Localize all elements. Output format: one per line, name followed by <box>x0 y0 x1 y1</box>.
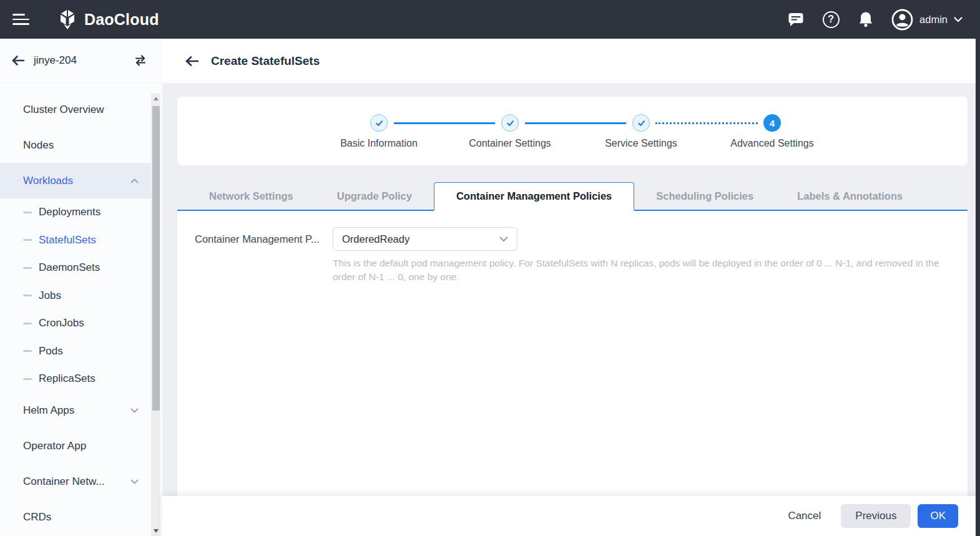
topbar: DaoCloud ? <box>0 0 980 39</box>
scroll-up-arrow[interactable] <box>151 94 160 104</box>
tab-panel: Container Management P... OrderedReady T… <box>177 211 968 496</box>
sidebar-item-nodes[interactable]: Nodes <box>0 127 152 163</box>
messages-icon[interactable] <box>786 10 805 29</box>
dash-icon <box>23 323 32 324</box>
page-title: Create StatefulSets <box>211 54 320 68</box>
sidebar-item-pods[interactable]: Pods <box>0 338 152 366</box>
page-scrollbar[interactable] <box>976 39 980 536</box>
sidebar-item-container-network[interactable]: Container Netw... <box>0 464 152 500</box>
sidebar-item-label: Workloads <box>23 175 73 187</box>
cluster-back-icon[interactable] <box>11 55 25 66</box>
sidebar-item-replicasets[interactable]: ReplicaSets <box>0 365 152 393</box>
pod-management-policy-select[interactable]: OrderedReady <box>333 227 517 251</box>
sidebar-item-helm-apps[interactable]: Helm Apps <box>0 393 152 429</box>
dash-icon <box>23 378 32 380</box>
sidebar-item-jobs[interactable]: Jobs <box>0 282 152 310</box>
previous-button[interactable]: Previous <box>841 504 911 528</box>
tab-scheduling-policies[interactable]: Scheduling Policies <box>634 182 775 210</box>
sidebar-item-operator-app[interactable]: Operator App <box>0 429 152 464</box>
sidebar-item-label: StatefulSets <box>39 234 96 246</box>
brand-logo[interactable]: DaoCloud <box>56 8 159 31</box>
pod-management-policy-field: OrderedReady This is the default pod man… <box>333 227 949 284</box>
chevron-down-icon <box>130 479 139 484</box>
sidebar-item-label: CronJobs <box>39 317 84 329</box>
form-row: Container Management P... OrderedReady T… <box>195 227 949 284</box>
chevron-up-icon <box>130 178 139 183</box>
sidebar-item-label: Operator App <box>23 440 86 452</box>
sidebar-nav: Cluster Overview Nodes Workloads Deploym… <box>0 92 152 536</box>
sidebar-item-workloads[interactable]: Workloads <box>0 163 152 198</box>
tab-upgrade-policy[interactable]: Upgrade Policy <box>315 182 434 210</box>
avatar-icon <box>891 9 913 31</box>
dash-icon <box>23 350 32 352</box>
main-area: Create StatefulSets Basic Information <box>162 39 980 536</box>
cancel-button[interactable]: Cancel <box>782 504 827 528</box>
step-container-settings: Container Settings <box>448 114 572 149</box>
step-check-icon <box>370 114 388 132</box>
tab-label: Scheduling Policies <box>656 190 753 202</box>
sidebar-item-label: Deployments <box>39 206 100 218</box>
sidebar-item-daemonsets[interactable]: DaemonSets <box>0 254 152 282</box>
tab-label: Network Settings <box>209 190 293 202</box>
step-basic-information: Basic Information <box>316 114 441 149</box>
dash-icon <box>23 295 32 296</box>
sidebar-item-deployments[interactable]: Deployments <box>0 198 152 227</box>
sidebar-item-label: Container Netw... <box>23 475 104 488</box>
page-header: Create StatefulSets <box>162 39 980 83</box>
sidebar-item-cluster-overview[interactable]: Cluster Overview <box>0 92 152 127</box>
sidebar-scrollbar[interactable] <box>151 94 160 536</box>
tab-bar: Network Settings Upgrade Policy Containe… <box>177 182 968 211</box>
sidebar-header: jinye-204 <box>0 39 162 83</box>
tab-label: Labels & Annotations <box>797 190 903 202</box>
step-service-settings: Service Settings <box>579 114 703 149</box>
scroll-down-arrow[interactable] <box>151 526 160 536</box>
username: admin <box>919 14 948 26</box>
chevron-down-icon <box>130 408 139 413</box>
step-check-icon <box>501 114 519 132</box>
dash-icon <box>23 239 32 241</box>
chevron-down-icon <box>954 17 963 22</box>
step-check-icon <box>632 114 650 132</box>
policy-help-text: This is the default pod management polic… <box>333 256 949 284</box>
tab-container-management-policies[interactable]: Container Management Policies <box>434 182 634 211</box>
sidebar-item-label: CRDs <box>23 511 51 524</box>
step-number-badge: 4 <box>763 114 781 132</box>
content: Basic Information Container Settings Ser… <box>162 83 980 496</box>
ok-button[interactable]: OK <box>918 504 958 528</box>
daocloud-logo-icon <box>56 8 79 31</box>
sidebar-item-statefulsets[interactable]: StatefulSets <box>0 227 152 255</box>
sidebar: jinye-204 Cluster Overview Nodes Workloa… <box>0 39 162 536</box>
page-back-icon[interactable] <box>185 56 200 67</box>
sidebar-item-label: DaemonSets <box>39 261 100 274</box>
select-value: OrderedReady <box>342 233 499 245</box>
dash-icon <box>23 212 32 213</box>
cluster-name: jinye-204 <box>34 54 77 67</box>
help-icon[interactable]: ? <box>821 10 840 29</box>
sidebar-item-cronjobs[interactable]: CronJobs <box>0 309 152 338</box>
brand-name: DaoCloud <box>84 11 159 29</box>
sidebar-item-label: Jobs <box>39 290 61 302</box>
tab-labels-annotations[interactable]: Labels & Annotations <box>775 182 924 210</box>
menu-icon[interactable] <box>12 12 31 26</box>
step-label: Container Settings <box>448 138 572 149</box>
sidebar-item-label: Helm Apps <box>23 404 74 417</box>
sidebar-item-label: ReplicaSets <box>39 373 96 385</box>
tab-network-settings[interactable]: Network Settings <box>187 182 315 210</box>
help-glyph: ? <box>823 11 840 28</box>
switch-cluster-icon[interactable] <box>134 54 147 67</box>
stepper-card: Basic Information Container Settings Ser… <box>177 97 968 165</box>
step-label: Advanced Settings <box>710 138 835 149</box>
scrollbar-thumb[interactable] <box>152 106 160 411</box>
dash-icon <box>23 267 32 269</box>
step-label: Basic Information <box>316 138 441 149</box>
wizard-footer: Cancel Previous OK <box>162 496 980 536</box>
tab-label: Container Management Policies <box>456 190 612 202</box>
chevron-down-icon <box>499 236 508 242</box>
sidebar-item-label: Nodes <box>23 139 54 152</box>
notifications-bell-icon[interactable] <box>856 10 875 29</box>
sidebar-item-crds[interactable]: CRDs <box>0 500 152 535</box>
step-advanced-settings: 4 Advanced Settings <box>710 114 835 149</box>
step-label: Service Settings <box>579 138 703 149</box>
user-menu[interactable]: admin <box>891 9 963 31</box>
sidebar-item-label: Pods <box>39 345 63 358</box>
